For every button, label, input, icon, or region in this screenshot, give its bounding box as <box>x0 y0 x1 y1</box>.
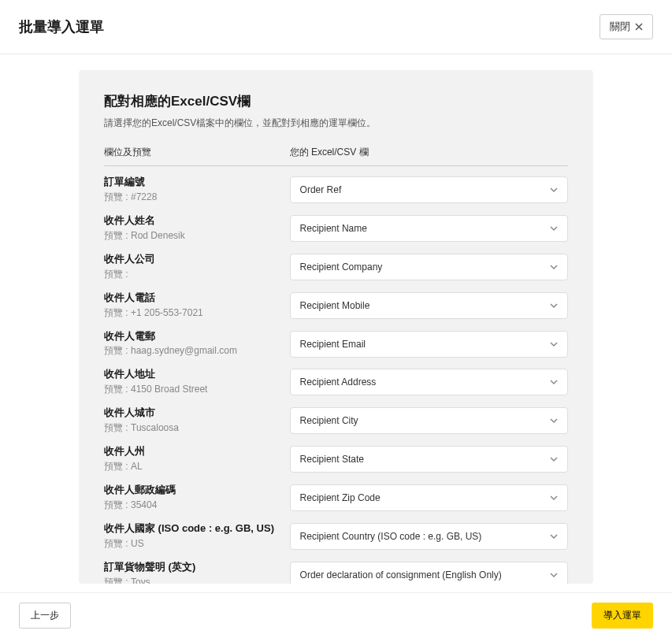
row-left: 收件人電郵預覽 : haag.sydney@gmail.com <box>104 330 290 358</box>
select-value: Recipient City <box>300 415 358 426</box>
select-value: Recipient Mobile <box>300 300 370 311</box>
row-right: Recipient City <box>290 407 568 434</box>
close-button[interactable]: 關閉 <box>600 14 653 39</box>
row-right: Order declaration of consignment (Englis… <box>290 562 568 584</box>
page-title: 批量導入運單 <box>19 17 104 36</box>
column-select[interactable]: Recipient City <box>290 407 568 434</box>
column-select[interactable]: Order Ref <box>290 176 568 203</box>
field-preview: 預覽 : Toys <box>104 576 277 584</box>
column-select[interactable]: Recipient State <box>290 446 568 473</box>
field-name: 收件人姓名 <box>104 214 277 228</box>
row-left: 訂單編號預覽 : #7228 <box>104 176 290 204</box>
mapping-row: 訂單貨物聲明 (英文)預覽 : ToysOrder declaration of… <box>104 561 568 584</box>
chevron-down-icon <box>550 455 558 463</box>
field-preview: 預覽 : #7228 <box>104 191 277 204</box>
select-value: Recipient Zip Code <box>300 492 381 503</box>
col-header-right: 您的 Excel/CSV 欄 <box>290 146 568 159</box>
mapping-row: 收件人公司預覽 : Recipient Company <box>104 253 568 281</box>
column-select[interactable]: Recipient Mobile <box>290 292 568 319</box>
mapping-row: 收件人城市預覽 : TuscaloosaRecipient City <box>104 406 568 435</box>
column-select[interactable]: Recipient Name <box>290 215 568 242</box>
field-preview: 預覽 : haag.sydney@gmail.com <box>104 344 277 358</box>
field-preview: 預覽 : +1 205-553-7021 <box>104 306 277 320</box>
row-right: Recipient State <box>290 446 568 473</box>
mapping-row: 訂單編號預覽 : #7228Order Ref <box>104 176 568 204</box>
field-preview: 預覽 : AL <box>104 460 277 473</box>
select-value: Recipient Name <box>300 223 367 234</box>
content-wrap: 配對相應的Excel/CSV欄 請選擇您的Excel/CSV檔案中的欄位，並配對… <box>0 54 672 638</box>
row-left: 訂單貨物聲明 (英文)預覽 : Toys <box>104 561 290 584</box>
field-preview: 預覽 : Tuscaloosa <box>104 421 277 435</box>
select-value: Order Ref <box>300 184 342 195</box>
row-right: Recipient Company <box>290 254 568 280</box>
field-name: 收件人公司 <box>104 253 277 266</box>
row-left: 收件人州預覽 : AL <box>104 445 290 473</box>
field-name: 收件人國家 (ISO code : e.g. GB, US) <box>104 522 277 536</box>
select-value: Recipient Address <box>300 376 377 388</box>
panel-title: 配對相應的Excel/CSV欄 <box>104 92 568 110</box>
field-name: 收件人郵政編碼 <box>104 484 277 497</box>
chevron-down-icon <box>550 340 558 348</box>
row-right: Recipient Address <box>290 369 568 395</box>
field-preview: 預覽 : <box>104 268 277 281</box>
chevron-down-icon <box>550 186 558 194</box>
column-headers: 欄位及預覽 您的 Excel/CSV 欄 <box>104 146 568 166</box>
select-value: Recipient Company <box>300 262 383 273</box>
column-select[interactable]: Recipient Address <box>290 369 568 395</box>
mapping-panel: 配對相應的Excel/CSV欄 請選擇您的Excel/CSV檔案中的欄位，並配對… <box>79 70 593 584</box>
field-name: 收件人城市 <box>104 406 277 420</box>
field-name: 收件人電話 <box>104 291 277 305</box>
mapping-row: 收件人州預覽 : ALRecipient State <box>104 445 568 473</box>
field-name: 收件人州 <box>104 445 277 458</box>
row-left: 收件人公司預覽 : <box>104 253 290 281</box>
mapping-row: 收件人電郵預覽 : haag.sydney@gmail.comRecipient… <box>104 330 568 358</box>
mapping-row: 收件人姓名預覽 : Rod DenesikRecipient Name <box>104 214 568 243</box>
close-icon <box>635 23 643 31</box>
import-button[interactable]: 導入運單 <box>592 603 653 629</box>
chevron-down-icon <box>550 532 558 540</box>
field-name: 訂單貨物聲明 (英文) <box>104 561 277 574</box>
close-label: 關閉 <box>610 20 630 34</box>
field-preview: 預覽 : US <box>104 537 277 551</box>
column-select[interactable]: Recipient Email <box>290 331 568 358</box>
row-right: Recipient Zip Code <box>290 484 568 511</box>
chevron-down-icon <box>550 417 558 425</box>
row-left: 收件人電話預覽 : +1 205-553-7021 <box>104 291 290 320</box>
select-value: Recipient Email <box>300 339 366 350</box>
col-header-left: 欄位及預覽 <box>104 146 290 159</box>
mapping-row: 收件人郵政編碼預覽 : 35404Recipient Zip Code <box>104 484 568 512</box>
row-right: Recipient Email <box>290 331 568 358</box>
row-left: 收件人城市預覽 : Tuscaloosa <box>104 406 290 435</box>
column-select[interactable]: Recipient Country (ISO code : e.g. GB, U… <box>290 523 568 550</box>
field-preview: 預覽 : Rod Denesik <box>104 229 277 243</box>
mapping-row: 收件人電話預覽 : +1 205-553-7021Recipient Mobil… <box>104 291 568 320</box>
column-select[interactable]: Recipient Company <box>290 254 568 280</box>
row-left: 收件人姓名預覽 : Rod Denesik <box>104 214 290 243</box>
field-preview: 預覽 : 4150 Broad Street <box>104 383 277 396</box>
select-value: Order declaration of consignment (Englis… <box>300 569 502 581</box>
field-preview: 預覽 : 35404 <box>104 499 277 512</box>
row-left: 收件人國家 (ISO code : e.g. GB, US)預覽 : US <box>104 522 290 551</box>
mapping-rows: 訂單編號預覽 : #7228Order Ref收件人姓名預覽 : Rod Den… <box>104 176 568 584</box>
row-left: 收件人郵政編碼預覽 : 35404 <box>104 484 290 512</box>
mapping-row: 收件人地址預覽 : 4150 Broad StreetRecipient Add… <box>104 368 568 396</box>
chevron-down-icon <box>550 571 558 579</box>
row-right: Recipient Name <box>290 215 568 242</box>
footer: 上一步 導入運單 <box>0 592 672 638</box>
chevron-down-icon <box>550 263 558 271</box>
field-name: 收件人電郵 <box>104 330 277 343</box>
panel-description: 請選擇您的Excel/CSV檔案中的欄位，並配對到相應的運單欄位。 <box>104 117 568 130</box>
row-right: Order Ref <box>290 176 568 203</box>
prev-button[interactable]: 上一步 <box>19 603 71 629</box>
row-left: 收件人地址預覽 : 4150 Broad Street <box>104 368 290 396</box>
column-select[interactable]: Order declaration of consignment (Englis… <box>290 562 568 584</box>
modal-header: 批量導入運單 關閉 <box>0 0 672 54</box>
row-right: Recipient Country (ISO code : e.g. GB, U… <box>290 523 568 550</box>
chevron-down-icon <box>550 494 558 502</box>
chevron-down-icon <box>550 302 558 310</box>
column-select[interactable]: Recipient Zip Code <box>290 484 568 511</box>
select-value: Recipient Country (ISO code : e.g. GB, U… <box>300 531 482 542</box>
field-name: 訂單編號 <box>104 176 277 189</box>
row-right: Recipient Mobile <box>290 292 568 319</box>
mapping-row: 收件人國家 (ISO code : e.g. GB, US)預覽 : USRec… <box>104 522 568 551</box>
